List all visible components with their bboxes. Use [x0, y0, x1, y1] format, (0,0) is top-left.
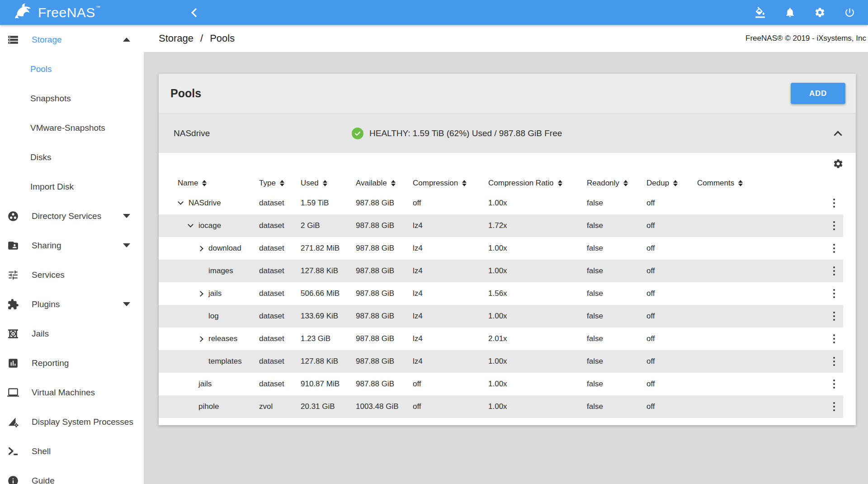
row-kebab-menu-icon[interactable]: [825, 350, 843, 373]
table-row[interactable]: iocage dataset 2 GiB 987.88 GiB lz4 1.72…: [159, 214, 843, 237]
cell-compression-ratio: 1.00x: [488, 380, 587, 389]
column-header-available[interactable]: Available: [356, 179, 413, 188]
cell-compression: off: [413, 402, 488, 411]
column-header-readonly[interactable]: Readonly: [587, 179, 646, 188]
table-row[interactable]: pihole zvol 20.31 GiB 1003.48 GiB off 1.…: [159, 395, 843, 418]
menu-icon[interactable]: [161, 8, 174, 17]
column-header-comments[interactable]: Comments: [697, 179, 825, 188]
sidebar-item-sharing[interactable]: Sharing: [0, 231, 144, 260]
chevron-up-icon[interactable]: [834, 131, 842, 139]
add-pool-button[interactable]: ADD: [791, 83, 845, 104]
datasets-table: NameTypeUsedAvailableCompressionCompress…: [159, 153, 856, 425]
cell-readonly: false: [587, 334, 646, 343]
top-bar: FreeNAS ™: [0, 0, 868, 25]
table-settings-gear-icon[interactable]: [833, 158, 844, 169]
power-icon[interactable]: [844, 7, 855, 18]
row-kebab-menu-icon[interactable]: [825, 237, 843, 260]
pool-status-bar[interactable]: NASdrive HEALTHY: 1.59 TiB (62%) Used / …: [159, 113, 856, 153]
breadcrumb-pools[interactable]: Pools: [210, 33, 235, 44]
logo-trademark: ™: [96, 5, 100, 10]
sidebar-item-pools[interactable]: Pools: [0, 54, 144, 84]
pool-status-text: HEALTHY: 1.59 TiB (62%) Used / 987.88 Gi…: [369, 128, 562, 138]
cell-dedup: off: [646, 357, 697, 366]
cell-type: dataset: [259, 312, 301, 321]
tune-icon: [7, 269, 19, 281]
sidebar-item-label: Plugins: [32, 299, 60, 309]
notifications-icon[interactable]: [784, 7, 796, 18]
table-row[interactable]: download dataset 271.82 MiB 987.88 GiB l…: [159, 237, 843, 260]
cell-compression-ratio: 1.00x: [488, 402, 587, 411]
sidebar-item-snapshots[interactable]: Snapshots: [0, 84, 144, 113]
freenas-logo[interactable]: FreeNAS ™: [0, 0, 144, 25]
cell-compression-ratio: 1.72x: [488, 221, 587, 230]
cell-available: 987.88 GiB: [356, 380, 413, 389]
sidebar-item-guide[interactable]: Guide: [0, 466, 144, 484]
column-header-compression[interactable]: Compression: [413, 179, 488, 188]
settings-icon[interactable]: [814, 7, 826, 18]
sidebar-item-reporting[interactable]: Reporting: [0, 348, 144, 378]
column-header-name[interactable]: Name: [178, 179, 259, 188]
sidebar-item-services[interactable]: Services: [0, 260, 144, 289]
tree-collapse-icon[interactable]: [178, 202, 189, 204]
cell-compression-ratio: 2.01x: [488, 334, 587, 343]
cell-used: 1.23 GiB: [301, 334, 356, 343]
table-row[interactable]: jails dataset 910.87 MiB 987.88 GiB off …: [159, 373, 843, 395]
sidebar-item-plugins[interactable]: Plugins: [0, 289, 144, 319]
row-kebab-menu-icon[interactable]: [825, 260, 843, 282]
cell-used: 20.31 GiB: [301, 402, 356, 411]
column-header-dedup[interactable]: Dedup: [646, 179, 697, 188]
chevron-down-icon: [123, 243, 130, 247]
cell-name: pihole: [178, 402, 259, 411]
sidebar-item-directory-services[interactable]: Directory Services: [0, 201, 144, 231]
cell-compression-ratio: 1.00x: [488, 312, 587, 321]
info-icon: [7, 475, 19, 484]
theme-color-fill-icon[interactable]: [755, 7, 766, 18]
sidebar-item-display-system-processes[interactable]: Display System Processes: [0, 407, 144, 437]
sidebar-item-label: Sharing: [32, 241, 61, 251]
cell-available: 987.88 GiB: [356, 312, 413, 321]
table-row[interactable]: images dataset 127.88 KiB 987.88 GiB lz4…: [159, 260, 843, 282]
cell-dedup: off: [646, 334, 697, 343]
sort-icon: [391, 180, 396, 186]
chevron-left-icon[interactable]: [191, 8, 200, 17]
cell-used: 271.82 MiB: [301, 244, 356, 253]
cell-available: 987.88 GiB: [356, 221, 413, 230]
row-kebab-menu-icon[interactable]: [825, 214, 843, 237]
cell-available: 987.88 GiB: [356, 199, 413, 208]
row-kebab-menu-icon[interactable]: [825, 192, 843, 214]
column-header-compression-ratio[interactable]: Compression Ratio: [488, 179, 587, 188]
cell-dedup: off: [646, 312, 697, 321]
cell-available: 987.88 GiB: [356, 289, 413, 298]
table-row[interactable]: log dataset 133.69 KiB 987.88 GiB lz4 1.…: [159, 305, 843, 327]
column-header-used[interactable]: Used: [301, 179, 356, 188]
column-header-type[interactable]: Type: [259, 179, 301, 188]
sort-icon: [323, 180, 327, 186]
tree-expand-icon[interactable]: [198, 292, 208, 296]
tree-expand-icon[interactable]: [198, 337, 208, 341]
sidebar-item-import-disk[interactable]: Import Disk: [0, 172, 144, 201]
sidebar-item-virtual-machines[interactable]: Virtual Machines: [0, 378, 144, 407]
table-row[interactable]: releases dataset 1.23 GiB 987.88 GiB lz4…: [159, 327, 843, 350]
sidebar-item-storage[interactable]: Storage: [0, 25, 144, 54]
cell-dedup: off: [646, 402, 697, 411]
row-kebab-menu-icon[interactable]: [825, 373, 843, 395]
pools-card: Pools ADD NASdrive HEALTHY: 1.59 TiB (62…: [159, 74, 856, 425]
table-row[interactable]: templates dataset 127.88 KiB 987.88 GiB …: [159, 350, 843, 373]
row-kebab-menu-icon[interactable]: [825, 282, 843, 305]
row-kebab-menu-icon[interactable]: [825, 327, 843, 350]
sidebar-item-disks[interactable]: Disks: [0, 142, 144, 172]
row-kebab-menu-icon[interactable]: [825, 395, 843, 418]
sidebar-item-shell[interactable]: Shell: [0, 437, 144, 466]
table-row[interactable]: jails dataset 506.66 MiB 987.88 GiB lz4 …: [159, 282, 843, 305]
tree-collapse-icon[interactable]: [188, 225, 198, 227]
table-row[interactable]: NASdrive dataset 1.59 TiB 987.88 GiB off…: [159, 192, 843, 214]
cell-dedup: off: [646, 289, 697, 298]
breadcrumb-storage[interactable]: Storage: [159, 33, 193, 44]
chevron-down-icon: [123, 302, 130, 306]
sidebar-item-vmware-snapshots[interactable]: VMware-Snapshots: [0, 113, 144, 142]
sidebar-item-label: Import Disk: [30, 182, 74, 192]
cell-readonly: false: [587, 312, 646, 321]
sidebar-item-jails[interactable]: Jails: [0, 319, 144, 348]
row-kebab-menu-icon[interactable]: [825, 305, 843, 327]
tree-expand-icon[interactable]: [198, 247, 208, 251]
